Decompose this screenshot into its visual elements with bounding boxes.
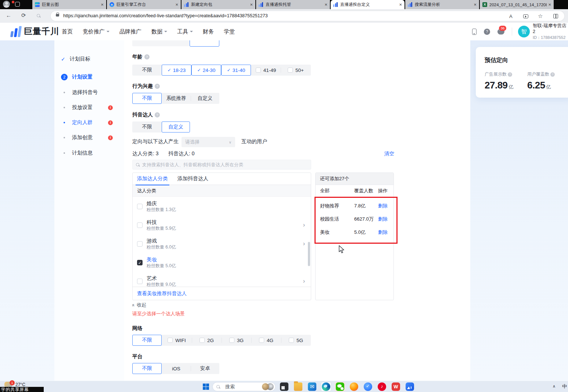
step-add-creative[interactable]: 添加创意 !	[61, 134, 93, 141]
checkbox-icon[interactable]	[137, 241, 143, 247]
app-snipping-tool[interactable]	[280, 382, 288, 391]
start-button[interactable]	[203, 384, 209, 390]
favorite-star-icon[interactable]: ☆	[538, 13, 543, 19]
nav-bidding[interactable]: 竞价推广	[83, 28, 109, 35]
nav-tools[interactable]: 工具	[177, 28, 193, 35]
daren-search-input[interactable]	[142, 162, 308, 167]
close-tab-icon[interactable]: ×	[548, 2, 551, 7]
checkbox-icon[interactable]	[256, 68, 261, 73]
daren-option-custom[interactable]: 自定义	[162, 121, 190, 133]
chevron-right-icon[interactable]: ›	[303, 240, 305, 247]
chevron-right-icon[interactable]: ›	[303, 278, 305, 284]
list-scrollbar[interactable]	[308, 242, 310, 266]
split-screen-icon[interactable]	[553, 14, 558, 19]
checkbox-icon[interactable]	[137, 222, 143, 228]
app-file-explorer[interactable]	[294, 382, 302, 391]
app-firefox[interactable]	[350, 382, 358, 391]
close-tab-icon[interactable]: ×	[175, 2, 178, 7]
checkbox-icon[interactable]	[168, 338, 173, 343]
collapse-link[interactable]: « 收起	[132, 302, 146, 308]
network-option-3g[interactable]: 3G	[222, 335, 251, 346]
browser-tab[interactable]: 直播通投托管 ×	[256, 0, 330, 9]
app-netease-music[interactable]: ♪	[378, 382, 386, 391]
tray-chevron-icon[interactable]: ∧	[553, 384, 556, 389]
step-audience-targeting[interactable]: 定向人群 !	[61, 119, 93, 126]
search-icon[interactable]	[37, 12, 43, 19]
age-option-31-40[interactable]: ✓31-40	[221, 65, 251, 76]
checkbox-icon[interactable]	[199, 338, 205, 343]
checkbox-icon[interactable]	[137, 279, 143, 284]
account-info[interactable]: 智联-瑞摩专营店2 ID：17884387552	[533, 23, 568, 40]
browser-tab[interactable]: 新建定向包 ×	[181, 0, 255, 9]
help-icon[interactable]: ?	[155, 112, 160, 117]
network-option-unlimited[interactable]: 不限	[132, 335, 162, 346]
browser-tab[interactable]: 巨量云图 ×	[32, 0, 106, 9]
video-enhance-icon[interactable]	[523, 14, 528, 19]
help-icon[interactable]: ?	[508, 72, 512, 77]
nav-academy[interactable]: 学堂	[224, 28, 235, 35]
daren-option-unlimited[interactable]: 不限	[132, 121, 162, 133]
nav-brand[interactable]: 品牌推广	[119, 28, 141, 35]
app-edge-browser[interactable]	[322, 382, 330, 391]
account-avatar[interactable]: 智	[518, 26, 530, 37]
app-blue-swoosh[interactable]	[364, 382, 372, 391]
age-option-41-49[interactable]: 41-49	[251, 65, 281, 76]
checkbox-icon[interactable]	[137, 204, 143, 209]
checkbox-icon[interactable]	[259, 338, 264, 343]
close-tab-icon[interactable]: ×	[324, 2, 327, 7]
mobile-app-icon[interactable]	[472, 29, 477, 35]
close-tab-icon[interactable]: ×	[250, 2, 253, 7]
category-row-tech[interactable]: 科技粉丝数量 5.9亿 ›	[133, 216, 311, 234]
daren-search-box[interactable]	[132, 160, 311, 170]
step-select-account[interactable]: 选择抖音号	[61, 89, 98, 96]
url-text[interactable]: https://qianchuan.jinritemai.com/creatio…	[63, 13, 268, 18]
checkbox-icon[interactable]	[289, 338, 294, 343]
browser-profile-icon[interactable]	[3, 1, 10, 8]
age-option-18-23[interactable]: ✓18-23	[162, 65, 191, 76]
read-aloud-icon[interactable]: A	[509, 14, 513, 19]
browser-tab[interactable]: X 2024_07_13_01_45_14_1720800 ×	[480, 0, 554, 9]
ime-indicator[interactable]: 中	[562, 383, 568, 390]
refresh-icon[interactable]: ⟳	[21, 12, 26, 19]
category-row-wedding[interactable]: 婚庆粉丝数量 1.3亿	[133, 197, 311, 215]
platform-option-unlimited[interactable]: 不限	[132, 363, 162, 374]
interest-option-unlimited[interactable]: 不限	[132, 93, 162, 104]
category-row-beauty[interactable]: ✓ 美妆粉丝数量 5.0亿	[133, 253, 311, 272]
step-plan-info[interactable]: 计划信息	[61, 150, 93, 156]
browser-tab-active[interactable]: 直播通投自定义 ×	[331, 0, 405, 9]
tab-add-category[interactable]: 添加达人分类	[137, 175, 168, 182]
help-icon[interactable]: ?	[484, 29, 490, 35]
step-plan-settings[interactable]: 2 计划设置	[61, 74, 93, 80]
interest-option-custom[interactable]: 自定义	[191, 93, 219, 104]
taskbar-search[interactable]: 搜索	[212, 382, 276, 391]
browser-tab[interactable]: 巨量引擎工作台 ×	[107, 0, 181, 9]
help-icon[interactable]: ?	[550, 72, 555, 77]
qianchuan-logo[interactable]: 巨量千川	[11, 26, 59, 37]
age-option-50plus[interactable]: 50+	[281, 65, 311, 76]
nav-data[interactable]: 数据	[151, 28, 167, 35]
app-mail[interactable]: ✉	[308, 382, 316, 391]
network-option-wifi[interactable]: WIFI	[162, 335, 192, 346]
clear-all-link[interactable]: 清空	[384, 150, 394, 157]
platform-option-android[interactable]: 安卓	[191, 363, 219, 374]
help-icon[interactable]: ?	[155, 84, 160, 89]
browser-tab[interactable]: 搜索流量分析 ×	[405, 0, 479, 9]
daren-select-dropdown[interactable]: 请选择 ∨	[181, 137, 235, 147]
category-row-games[interactable]: 游戏粉丝数量 6.0亿 ›	[133, 235, 311, 253]
close-tab-icon[interactable]: ×	[101, 2, 104, 7]
close-tab-icon[interactable]: ×	[399, 2, 402, 7]
interest-option-system[interactable]: 系统推荐	[162, 93, 191, 104]
app-wechat[interactable]	[336, 382, 344, 391]
nav-home[interactable]: 首页	[62, 28, 73, 35]
platform-option-ios[interactable]: iOS	[162, 363, 191, 374]
checkbox-checked-icon[interactable]: ✓	[137, 260, 143, 265]
help-icon[interactable]: ?	[144, 54, 150, 59]
network-option-5g[interactable]: 5G	[281, 335, 311, 346]
app-mountain[interactable]	[406, 382, 414, 391]
tab-add-daren[interactable]: 添加抖音达人	[177, 175, 208, 182]
close-tab-icon[interactable]: ×	[474, 2, 477, 7]
checkbox-icon[interactable]	[288, 68, 293, 73]
nav-finance[interactable]: 财务	[203, 28, 214, 35]
tab-actions-icon[interactable]	[15, 2, 20, 7]
app-wps-office[interactable]: W	[392, 382, 400, 391]
